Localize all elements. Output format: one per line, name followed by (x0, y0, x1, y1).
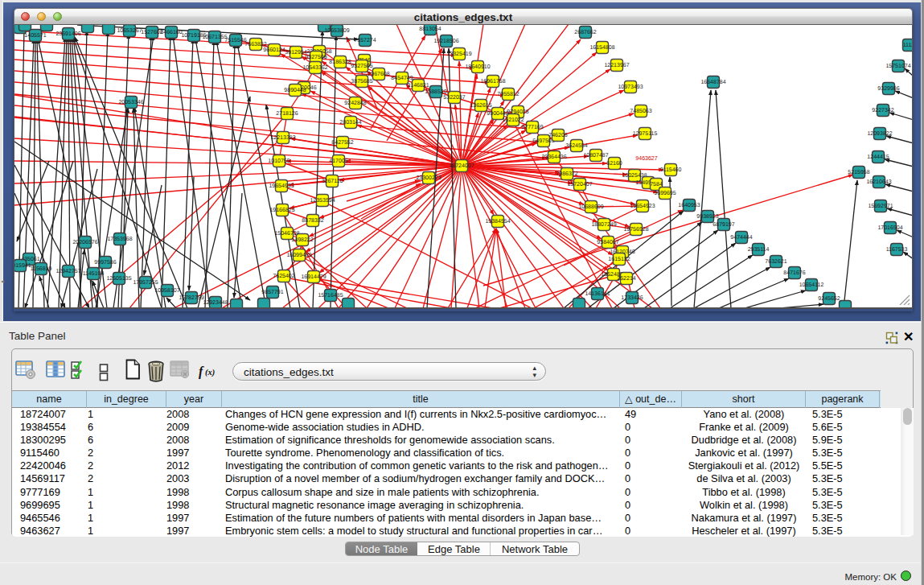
svg-text:12353594: 12353594 (310, 198, 335, 204)
svg-text:14136141: 14136141 (585, 291, 610, 297)
svg-text:12093822: 12093822 (867, 131, 892, 137)
svg-text:1145194: 1145194 (83, 271, 105, 277)
svg-text:16648784: 16648784 (700, 80, 725, 85)
svg-text:1167533: 1167533 (886, 247, 908, 253)
svg-text:9660124: 9660124 (263, 47, 285, 53)
svg-text:9857791: 9857791 (261, 290, 283, 295)
svg-text:10807487: 10807487 (583, 153, 608, 159)
svg-text:9327509: 9327509 (305, 55, 326, 60)
svg-text:252214: 252214 (617, 276, 635, 282)
svg-text:7986372: 7986372 (556, 171, 577, 177)
svg-text:1244415: 1244415 (867, 154, 889, 160)
svg-text:16961758: 16961758 (480, 79, 505, 84)
svg-text:10958107: 10958107 (154, 288, 179, 294)
svg-text:9227342: 9227342 (872, 108, 893, 113)
svg-text:9938923: 9938923 (696, 214, 718, 220)
svg-text:12213383: 12213383 (270, 135, 295, 141)
svg-text:9327505: 9327505 (351, 64, 372, 69)
svg-text:7485063: 7485063 (630, 109, 651, 114)
svg-text:18640910: 18640910 (465, 64, 490, 70)
svg-text:16914479: 16914479 (301, 274, 326, 280)
svg-text:1112: 1112 (903, 43, 913, 48)
svg-text:9245652: 9245652 (818, 296, 840, 302)
svg-text:9900448: 9900448 (487, 111, 508, 117)
svg-text:16210643: 16210643 (866, 179, 891, 185)
svg-text:8813054: 8813054 (419, 27, 441, 32)
svg-text:7663822: 7663822 (244, 42, 266, 47)
svg-text:12923448: 12923448 (203, 300, 228, 306)
svg-text:8878332: 8878332 (302, 218, 323, 224)
svg-text:15692971: 15692971 (868, 204, 893, 209)
svg-text:16782759: 16782759 (179, 295, 203, 301)
svg-text:f: f (199, 365, 204, 379)
svg-text:23691406: 23691406 (55, 31, 80, 37)
svg-text:3875685: 3875685 (351, 79, 372, 84)
svg-text:15720407: 15720407 (567, 182, 592, 187)
svg-text:1498222: 1498222 (291, 237, 313, 243)
svg-text:17957255: 17957255 (133, 280, 158, 286)
svg-text:17016504: 17016504 (877, 225, 902, 231)
svg-text:19166825: 19166825 (269, 208, 294, 213)
svg-text:8471676: 8471676 (783, 270, 805, 276)
svg-text:19218506: 19218506 (433, 39, 458, 44)
svg-text:2803144: 2803144 (339, 120, 361, 126)
svg-text:746206: 746206 (548, 133, 567, 138)
svg-text:9115460: 9115460 (660, 167, 682, 173)
svg-text:10653809: 10653809 (324, 28, 349, 34)
svg-text:12942757: 12942757 (55, 269, 80, 274)
svg-text:18724007: 18724007 (449, 163, 474, 169)
svg-text:3624554: 3624554 (565, 143, 587, 149)
svg-text:6466160: 6466160 (160, 30, 182, 35)
svg-text:62160: 62160 (606, 161, 622, 167)
svg-text:9242848: 9242848 (344, 101, 366, 106)
svg-text:1405571: 1405571 (24, 33, 46, 39)
svg-text:17353968: 17353968 (107, 237, 132, 242)
svg-text:7625402: 7625402 (273, 274, 294, 279)
svg-text:8454749: 8454749 (391, 76, 413, 81)
svg-text:20053346: 20053346 (118, 100, 143, 105)
svg-text:9777169: 9777169 (521, 125, 543, 130)
svg-text:12975115: 12975115 (633, 131, 658, 137)
svg-text:7515546: 7515546 (224, 38, 246, 43)
svg-text:20364436: 20364436 (541, 154, 566, 160)
svg-text:5215958: 5215958 (848, 170, 869, 175)
svg-text:6497503: 6497503 (532, 138, 554, 144)
svg-text:15716485: 15716485 (318, 293, 343, 299)
svg-text:(x): (x) (205, 368, 215, 377)
svg-text:417006: 417006 (329, 159, 347, 164)
svg-text:9329986: 9329986 (877, 86, 899, 92)
svg-text:12213967: 12213967 (604, 63, 629, 68)
svg-text:10973493: 10973493 (618, 84, 643, 90)
svg-text:9890448: 9890448 (284, 88, 306, 93)
svg-text:1362615: 1362615 (470, 103, 491, 109)
svg-text:2967608: 2967608 (368, 72, 389, 77)
svg-text:2718126: 2718126 (276, 111, 298, 117)
svg-text:2687662: 2687662 (574, 30, 596, 35)
svg-text:3915941: 3915941 (14, 263, 31, 269)
svg-text:9997586: 9997586 (94, 260, 116, 266)
svg-text:7632621: 7632621 (765, 259, 786, 265)
svg-text:9474444: 9474444 (730, 235, 752, 241)
svg-text:9463627: 9463627 (635, 155, 657, 161)
svg-text:19654923: 19654923 (630, 204, 655, 209)
svg-text:16154808: 16154808 (589, 45, 614, 51)
svg-text:18807249: 18807249 (591, 222, 616, 228)
svg-text:10688609: 10688609 (578, 204, 603, 210)
svg-text:8186328: 8186328 (329, 60, 351, 65)
svg-text:19384554: 19384554 (485, 219, 510, 225)
svg-text:6879197: 6879197 (713, 222, 734, 228)
svg-text:5322037: 5322037 (443, 95, 465, 101)
svg-text:13325419: 13325419 (446, 51, 471, 57)
svg-text:1733426: 1733426 (621, 295, 643, 301)
svg-text:1621022: 1621022 (502, 117, 524, 123)
svg-text:2935114: 2935114 (748, 247, 770, 253)
svg-text:19654933: 19654933 (269, 183, 294, 189)
svg-text:7955812: 7955812 (497, 92, 519, 97)
svg-text:9384067: 9384067 (597, 240, 618, 245)
svg-text:1640953: 1640953 (678, 203, 700, 208)
svg-text:12505135: 12505135 (106, 276, 131, 282)
svg-text:16099489: 16099489 (286, 253, 311, 258)
svg-text:1010755: 1010755 (268, 159, 290, 164)
svg-text:10654112: 10654112 (799, 282, 824, 288)
svg-text:15751074: 15751074 (885, 64, 910, 69)
